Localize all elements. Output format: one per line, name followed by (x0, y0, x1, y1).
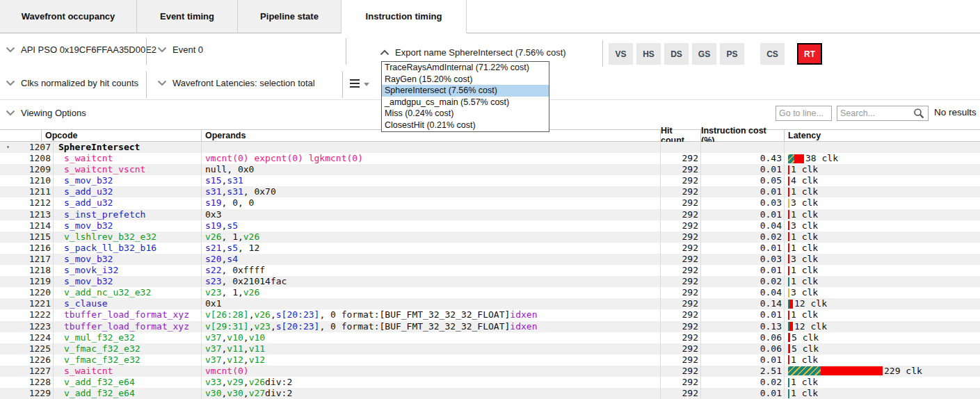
export-name-dropdown[interactable]: Export name SphereIntersect (7.56% cost) (380, 47, 566, 58)
opcode: s_mov_b32 (64, 175, 113, 186)
latency-label: 1 clk (791, 377, 818, 388)
operands: s19, s5 (202, 220, 661, 231)
hit-count: 292 (661, 343, 701, 355)
latency-label: 3 clk (791, 254, 818, 265)
table-row[interactable]: 1212s_add_u32s19, 0, 02920.033 clk (0, 197, 980, 209)
stage-button-gs[interactable]: GS (692, 43, 716, 65)
go-to-line-input[interactable] (776, 106, 832, 121)
latency-label: 3 clk (791, 220, 818, 231)
wavefront-latencies-label: Wavefront Latencies: selection total (172, 78, 315, 88)
operands: v[29:31], v23, s[20:23], 0 format:[BUF_F… (202, 321, 661, 332)
latency-label: 4 clk (791, 175, 818, 186)
line-number: 1216 (15, 243, 53, 254)
stage-button-hs[interactable]: HS (636, 43, 661, 65)
column-header-opcode[interactable]: Opcode (42, 130, 202, 141)
table-row[interactable]: 1214s_mov_b32s19, s52920.043 clk (0, 220, 980, 231)
stage-button-vs[interactable]: VS (609, 43, 633, 65)
table-row[interactable]: 1223tbuffer_load_format_xyzv[29:31], v23… (0, 321, 980, 332)
table-row[interactable]: 1208s_waitcntvmcnt(0) expcnt(0) lgkmcnt(… (0, 153, 980, 164)
line-number: 1208 (15, 153, 53, 164)
latency-bar-segment (788, 199, 789, 208)
separator (346, 38, 346, 65)
export-option[interactable]: RayGen (15.20% cost) (382, 74, 549, 86)
table-row[interactable]: 1224v_mul_f32_e32v37, v10, v102920.065 c… (0, 332, 980, 343)
table-row[interactable]: 1215v_lshlrev_b32_e32v26, 1, v262920.021… (0, 231, 980, 243)
stage-button-rt[interactable]: RT (797, 43, 822, 65)
column-header-instruction-cost[interactable]: Instruction cost (%) (701, 130, 785, 141)
chevron-down-icon (157, 80, 167, 86)
hit-count: 292 (661, 175, 701, 186)
instruction-cost: 2.51 (701, 366, 785, 377)
operands: s15, s31 (202, 175, 661, 186)
latency-cell: 1 clk (785, 209, 980, 220)
instruction-cost (701, 142, 785, 153)
table-row[interactable]: 1227s_waitcntvmcnt(0)2922.51229 clk (0, 366, 980, 377)
tree-column-header (0, 130, 42, 141)
export-option[interactable]: _amdgpu_cs_main (5.57% cost) (382, 97, 549, 108)
latency-label: 229 clk (884, 366, 922, 377)
opcode: s_waitcnt_vscnt (64, 164, 145, 175)
instruction-cost: 0.06 (701, 343, 785, 355)
latency-bar-segment (788, 266, 789, 275)
table-row[interactable]: ▾1207SphereIntersect (0, 142, 980, 153)
latency-bar-segment (821, 366, 883, 375)
table-row[interactable]: 1225v_fmac_f32_e32v37, v11, v112920.065 … (0, 343, 980, 355)
latency-cell: 1 clk (785, 355, 980, 366)
stage-button-ds[interactable]: DS (664, 43, 689, 65)
tab-wavefront-occupancy[interactable]: Wavefront occupancy (0, 0, 137, 33)
table-row[interactable]: 1221s_clause0x12920.1412 clk (0, 298, 980, 309)
search-icon[interactable] (913, 108, 924, 119)
table-row[interactable]: 1209s_waitcnt_vscntnull, 0x02920.011 clk (0, 164, 980, 175)
hit-count: 292 (661, 366, 701, 377)
tab-pipeline-state[interactable]: Pipeline state (238, 0, 342, 33)
column-header-hit-count[interactable]: Hit count (661, 130, 701, 141)
api-pso-dropdown[interactable]: API PSO 0x19CF6FFAA35D00E2 (6, 44, 156, 55)
latency-bar-segment (788, 254, 789, 263)
stage-button-cs[interactable]: CS (760, 43, 785, 65)
table-row[interactable]: 1218s_movk_i32s22, 0xffff2920.011 clk (0, 265, 980, 276)
hit-count: 292 (661, 388, 701, 399)
table-row[interactable]: 1226v_fmac_f32_e32v37, v12, v122920.011 … (0, 355, 980, 366)
clks-dropdown[interactable]: Clks normalized by hit counts (6, 78, 138, 88)
event-dropdown[interactable]: Event 0 (157, 44, 203, 55)
latency-bar-segment (788, 221, 789, 230)
wavefront-latencies-dropdown[interactable]: Wavefront Latencies: selection total (157, 78, 315, 88)
opcode: s_clause (64, 298, 108, 309)
viewing-options-toggle[interactable]: Viewing Options (6, 108, 86, 118)
hit-count: 292 (661, 231, 701, 243)
column-header-latency[interactable]: Latency (785, 130, 980, 141)
instruction-cost: 0.04 (701, 287, 785, 298)
table-row[interactable]: 1217s_mov_b32s20, s42920.033 clk (0, 254, 980, 265)
latency-cell: 1 clk (785, 164, 980, 175)
table-row[interactable]: 1222tbuffer_load_format_xyzv[26:28], v26… (0, 309, 980, 320)
hit-count: 292 (661, 276, 701, 287)
operands (202, 142, 661, 153)
tab-event-timing[interactable]: Event timing (137, 0, 238, 33)
table-row[interactable]: 1216s_pack_ll_b32_b16s21, s5, 122920.011… (0, 243, 980, 254)
expand-triangle-icon[interactable]: ▾ (0, 142, 15, 153)
export-name-label: Export name SphereIntersect (7.56% cost) (395, 47, 566, 58)
operands: 0x3 (202, 209, 661, 220)
hit-count: 292 (661, 321, 701, 332)
table-row[interactable]: 1210s_mov_b32s15, s312920.054 clk (0, 175, 980, 186)
export-option[interactable]: Miss (0.24% cost) (382, 108, 549, 120)
latency-label: 5 clk (792, 332, 819, 343)
menu-button[interactable] (350, 78, 373, 90)
hit-count: 292 (661, 309, 701, 320)
instruction-cost: 0.01 (701, 309, 785, 320)
opcode: v_add_nc_u32_e32 (64, 287, 151, 298)
export-option[interactable]: SphereIntersect (7.56% cost) (382, 85, 549, 97)
table-row[interactable]: 1220v_add_nc_u32_e32v23, 1, v262920.043 … (0, 287, 980, 298)
table-row[interactable]: 1211s_add_u32s31, s31, 0x702920.011 clk (0, 186, 980, 197)
export-option[interactable]: TraceRaysAmdInternal (71.22% cost) (382, 62, 549, 74)
stage-button-ps[interactable]: PS (720, 43, 744, 65)
tab-instruction-timing[interactable]: Instruction timing (342, 0, 467, 33)
operands: v23, 1, v26 (202, 287, 661, 298)
export-option[interactable]: ClosestHit (0.21% cost) (382, 120, 549, 131)
table-row[interactable]: 1228v_add_f32_e64v33, v29, v26 div:22920… (0, 377, 980, 388)
instruction-cost: 0.02 (701, 231, 785, 243)
table-row[interactable]: 1219s_mov_b32s23, 0x21014fac2920.021 clk (0, 276, 980, 287)
table-row[interactable]: 1229v_add_f32_e64v30, v30, v27 div:22920… (0, 388, 980, 399)
hit-count: 292 (661, 220, 701, 231)
table-row[interactable]: 1213s_inst_prefetch0x32920.011 clk (0, 209, 980, 220)
